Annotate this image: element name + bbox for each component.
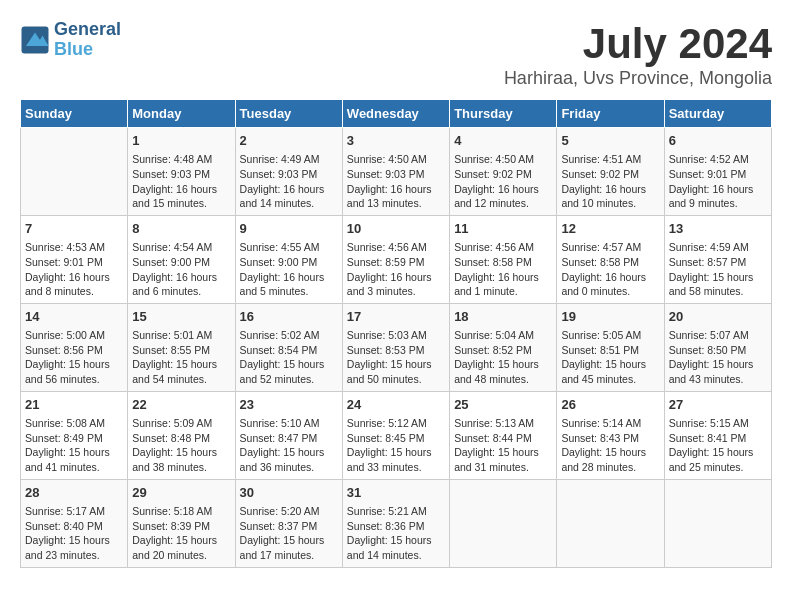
cell-info-line: Sunset: 9:03 PM <box>132 167 230 182</box>
cell-info-line: and 56 minutes. <box>25 372 123 387</box>
cell-info-line: Sunset: 8:50 PM <box>669 343 767 358</box>
logo-text: General Blue <box>54 20 121 60</box>
cell-info-line: Sunrise: 4:59 AM <box>669 240 767 255</box>
cell-info-line: and 28 minutes. <box>561 460 659 475</box>
cell-info-line: Daylight: 15 hours <box>454 357 552 372</box>
title-block: July 2024 Harhiraa, Uvs Province, Mongol… <box>504 20 772 89</box>
location-subtitle: Harhiraa, Uvs Province, Mongolia <box>504 68 772 89</box>
cell-info-line: Daylight: 15 hours <box>347 357 445 372</box>
cell-info-line: Sunrise: 5:17 AM <box>25 504 123 519</box>
day-header-wednesday: Wednesday <box>342 100 449 128</box>
day-number: 4 <box>454 132 552 150</box>
day-number: 20 <box>669 308 767 326</box>
cell-info-line: and 25 minutes. <box>669 460 767 475</box>
cell-info-line: Sunset: 8:58 PM <box>561 255 659 270</box>
day-number: 16 <box>240 308 338 326</box>
cell-info-line: and 36 minutes. <box>240 460 338 475</box>
day-number: 28 <box>25 484 123 502</box>
cell-info-line: and 54 minutes. <box>132 372 230 387</box>
cell-info-line: Sunset: 8:47 PM <box>240 431 338 446</box>
calendar-cell: 16Sunrise: 5:02 AMSunset: 8:54 PMDayligh… <box>235 303 342 391</box>
calendar-cell: 28Sunrise: 5:17 AMSunset: 8:40 PMDayligh… <box>21 479 128 567</box>
day-number: 24 <box>347 396 445 414</box>
cell-info-line: Sunset: 9:00 PM <box>240 255 338 270</box>
cell-info-line: Sunrise: 5:00 AM <box>25 328 123 343</box>
day-number: 23 <box>240 396 338 414</box>
calendar-cell: 15Sunrise: 5:01 AMSunset: 8:55 PMDayligh… <box>128 303 235 391</box>
cell-info-line: Sunset: 8:43 PM <box>561 431 659 446</box>
cell-info-line: and 20 minutes. <box>132 548 230 563</box>
day-header-saturday: Saturday <box>664 100 771 128</box>
cell-info-line: Sunrise: 5:18 AM <box>132 504 230 519</box>
calendar-cell: 17Sunrise: 5:03 AMSunset: 8:53 PMDayligh… <box>342 303 449 391</box>
day-number: 8 <box>132 220 230 238</box>
calendar-cell: 4Sunrise: 4:50 AMSunset: 9:02 PMDaylight… <box>450 128 557 216</box>
cell-info-line: Sunrise: 5:12 AM <box>347 416 445 431</box>
cell-info-line: Daylight: 15 hours <box>240 445 338 460</box>
calendar-cell: 8Sunrise: 4:54 AMSunset: 9:00 PMDaylight… <box>128 215 235 303</box>
calendar-week-row: 1Sunrise: 4:48 AMSunset: 9:03 PMDaylight… <box>21 128 772 216</box>
calendar-cell: 19Sunrise: 5:05 AMSunset: 8:51 PMDayligh… <box>557 303 664 391</box>
cell-info-line: and 8 minutes. <box>25 284 123 299</box>
cell-info-line: Sunrise: 4:49 AM <box>240 152 338 167</box>
cell-info-line: Daylight: 15 hours <box>347 445 445 460</box>
calendar-week-row: 28Sunrise: 5:17 AMSunset: 8:40 PMDayligh… <box>21 479 772 567</box>
calendar-cell: 24Sunrise: 5:12 AMSunset: 8:45 PMDayligh… <box>342 391 449 479</box>
cell-info-line: Daylight: 16 hours <box>454 182 552 197</box>
calendar-cell: 30Sunrise: 5:20 AMSunset: 8:37 PMDayligh… <box>235 479 342 567</box>
cell-info-line: Daylight: 15 hours <box>132 445 230 460</box>
day-number: 13 <box>669 220 767 238</box>
day-header-monday: Monday <box>128 100 235 128</box>
cell-info-line: Daylight: 16 hours <box>347 182 445 197</box>
calendar-table: SundayMondayTuesdayWednesdayThursdayFrid… <box>20 99 772 568</box>
cell-info-line: Sunrise: 4:50 AM <box>454 152 552 167</box>
cell-info-line: and 58 minutes. <box>669 284 767 299</box>
day-number: 21 <box>25 396 123 414</box>
cell-info-line: Sunrise: 5:13 AM <box>454 416 552 431</box>
calendar-cell: 11Sunrise: 4:56 AMSunset: 8:58 PMDayligh… <box>450 215 557 303</box>
day-number: 9 <box>240 220 338 238</box>
cell-info-line: Sunrise: 5:04 AM <box>454 328 552 343</box>
cell-info-line: Sunset: 8:49 PM <box>25 431 123 446</box>
calendar-cell: 18Sunrise: 5:04 AMSunset: 8:52 PMDayligh… <box>450 303 557 391</box>
cell-info-line: and 6 minutes. <box>132 284 230 299</box>
cell-info-line: and 5 minutes. <box>240 284 338 299</box>
cell-info-line: and 15 minutes. <box>132 196 230 211</box>
cell-info-line: Daylight: 15 hours <box>132 357 230 372</box>
cell-info-line: Sunrise: 4:55 AM <box>240 240 338 255</box>
cell-info-line: Daylight: 15 hours <box>561 445 659 460</box>
logo: General Blue <box>20 20 121 60</box>
cell-info-line: Sunrise: 4:48 AM <box>132 152 230 167</box>
day-header-thursday: Thursday <box>450 100 557 128</box>
calendar-cell: 13Sunrise: 4:59 AMSunset: 8:57 PMDayligh… <box>664 215 771 303</box>
cell-info-line: and 41 minutes. <box>25 460 123 475</box>
day-number: 5 <box>561 132 659 150</box>
cell-info-line: and 17 minutes. <box>240 548 338 563</box>
cell-info-line: Daylight: 16 hours <box>132 182 230 197</box>
days-header-row: SundayMondayTuesdayWednesdayThursdayFrid… <box>21 100 772 128</box>
calendar-cell: 5Sunrise: 4:51 AMSunset: 9:02 PMDaylight… <box>557 128 664 216</box>
calendar-cell: 7Sunrise: 4:53 AMSunset: 9:01 PMDaylight… <box>21 215 128 303</box>
calendar-cell: 1Sunrise: 4:48 AMSunset: 9:03 PMDaylight… <box>128 128 235 216</box>
month-year-title: July 2024 <box>504 20 772 68</box>
day-number: 30 <box>240 484 338 502</box>
cell-info-line: Daylight: 16 hours <box>240 270 338 285</box>
cell-info-line: Sunset: 8:37 PM <box>240 519 338 534</box>
cell-info-line: Sunrise: 5:21 AM <box>347 504 445 519</box>
cell-info-line: and 50 minutes. <box>347 372 445 387</box>
day-number: 26 <box>561 396 659 414</box>
calendar-cell: 2Sunrise: 4:49 AMSunset: 9:03 PMDaylight… <box>235 128 342 216</box>
cell-info-line: Sunset: 8:54 PM <box>240 343 338 358</box>
calendar-cell: 10Sunrise: 4:56 AMSunset: 8:59 PMDayligh… <box>342 215 449 303</box>
cell-info-line: Sunset: 9:00 PM <box>132 255 230 270</box>
day-number: 25 <box>454 396 552 414</box>
cell-info-line: Daylight: 15 hours <box>240 533 338 548</box>
cell-info-line: Sunset: 8:41 PM <box>669 431 767 446</box>
calendar-cell: 22Sunrise: 5:09 AMSunset: 8:48 PMDayligh… <box>128 391 235 479</box>
day-number: 14 <box>25 308 123 326</box>
day-number: 15 <box>132 308 230 326</box>
cell-info-line: Daylight: 15 hours <box>132 533 230 548</box>
cell-info-line: Daylight: 16 hours <box>669 182 767 197</box>
cell-info-line: Daylight: 15 hours <box>25 445 123 460</box>
calendar-cell: 9Sunrise: 4:55 AMSunset: 9:00 PMDaylight… <box>235 215 342 303</box>
